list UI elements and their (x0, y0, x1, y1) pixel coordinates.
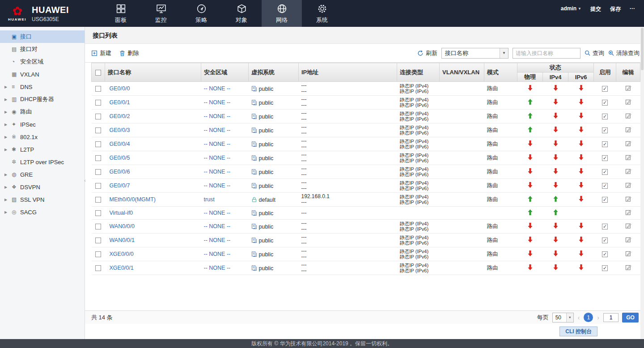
sidebar-item-l2tp[interactable]: ▶✱L2TP (0, 143, 85, 156)
security-zone-link[interactable]: -- NONE -- (204, 99, 231, 106)
enable-checkbox[interactable]: ✓ (602, 86, 608, 92)
filter-field-select[interactable]: 接口名称 ▼ (441, 48, 508, 59)
interface-name-link[interactable]: GE0/0/7 (110, 182, 130, 189)
current-page-button[interactable]: 1 (584, 313, 593, 322)
interface-name-link[interactable]: GE0/0/6 (110, 169, 130, 175)
col-mode[interactable]: 模式 (484, 63, 517, 82)
col-security-zone[interactable]: 安全区域 (201, 63, 249, 82)
nav-item-object[interactable]: 对象 (221, 0, 262, 27)
interface-name-link[interactable]: XGE0/0/1 (110, 265, 134, 271)
enable-checkbox[interactable]: ✓ (602, 265, 608, 271)
query-button[interactable]: 查询 (585, 49, 604, 57)
security-zone-link[interactable]: -- NONE -- (204, 169, 231, 175)
interface-name-link[interactable]: GE0/0/0 (110, 85, 130, 92)
prev-page-icon[interactable]: ‹ (577, 314, 580, 321)
col-ip-address[interactable]: IP地址 (299, 63, 397, 82)
interface-name-link[interactable]: XGE0/0/0 (110, 251, 134, 257)
page-number-input[interactable] (603, 313, 619, 322)
sidebar-item-dns[interactable]: ▶≡DNS (0, 81, 85, 93)
interface-name-link[interactable]: Virtual-if0 (110, 210, 133, 216)
edit-button[interactable] (625, 237, 631, 243)
row-checkbox[interactable] (95, 114, 101, 119)
edit-button[interactable] (625, 140, 631, 147)
edit-button[interactable] (625, 209, 631, 216)
cli-console-button[interactable]: CLI 控制台 (559, 327, 597, 336)
security-zone-link[interactable]: -- NONE -- (204, 210, 231, 216)
enable-checkbox[interactable]: ✓ (602, 238, 608, 243)
row-checkbox[interactable] (95, 86, 101, 92)
enable-checkbox[interactable]: ✓ (602, 141, 608, 147)
enable-checkbox[interactable]: ✓ (602, 224, 608, 229)
edit-button[interactable] (625, 99, 631, 105)
sidebar-item-dot1x[interactable]: ▶※802.1x (0, 131, 85, 143)
next-page-icon[interactable]: › (597, 314, 600, 321)
row-checkbox[interactable] (95, 224, 101, 229)
edit-button[interactable] (625, 168, 631, 174)
row-checkbox[interactable] (95, 265, 101, 271)
row-checkbox[interactable] (95, 210, 101, 216)
commit-button[interactable]: 提交 (590, 5, 601, 13)
security-zone-link[interactable]: -- NONE -- (204, 182, 231, 189)
sidebar-item-l2tp-over-ipsec[interactable]: ✲L2TP over IPSec (0, 156, 85, 168)
edit-button[interactable] (625, 127, 631, 133)
sidebar-collapse-handle[interactable]: ‹ (83, 174, 87, 187)
security-zone-link[interactable]: -- NONE -- (204, 141, 231, 147)
nav-item-network[interactable]: 网络 (262, 0, 302, 27)
enable-checkbox[interactable]: ✓ (602, 251, 608, 257)
interface-name-link[interactable]: GE0/0/3 (110, 127, 130, 133)
row-checkbox[interactable] (95, 238, 101, 243)
security-zone-link[interactable]: trust (204, 196, 215, 203)
sidebar-item-interface[interactable]: ▣接口 (0, 30, 85, 43)
interface-name-link[interactable]: WAN0/0/1 (110, 237, 135, 243)
sidebar-item-gre[interactable]: ▶◍GRE (0, 168, 85, 181)
enable-checkbox[interactable]: ✓ (602, 155, 608, 161)
security-zone-link[interactable]: -- NONE -- (204, 155, 231, 161)
security-zone-link[interactable]: -- NONE -- (204, 127, 231, 133)
nav-item-policy[interactable]: 策略 (181, 0, 221, 27)
nav-item-monitor[interactable]: 监控 (141, 0, 181, 27)
enable-checkbox[interactable]: ✓ (602, 127, 608, 133)
interface-name-link[interactable]: GE0/0/4 (110, 141, 130, 147)
interface-name-link[interactable]: MEth0/0/0(MGMT) (110, 196, 156, 203)
sidebar-item-ipsec[interactable]: ▶✦IPSec (0, 118, 85, 131)
enable-checkbox[interactable]: ✓ (602, 197, 608, 203)
security-zone-link[interactable]: -- NONE -- (204, 113, 231, 119)
interface-name-link[interactable]: GE0/0/5 (110, 155, 130, 161)
sidebar-item-route[interactable]: ▶◉路由 (0, 106, 85, 118)
user-menu[interactable]: admin▼ (561, 5, 581, 12)
more-menu-button[interactable]: ··· (630, 5, 635, 12)
row-checkbox[interactable] (95, 141, 101, 147)
interface-name-link[interactable]: WAN0/0/0 (110, 223, 135, 229)
security-zone-link[interactable]: -- NONE -- (204, 85, 231, 92)
row-checkbox[interactable] (95, 100, 101, 106)
security-zone-link[interactable]: -- NONE -- (204, 251, 231, 257)
enable-checkbox[interactable]: ✓ (602, 183, 608, 189)
col-virtual-system[interactable]: 虚拟系统 (249, 63, 299, 82)
row-checkbox[interactable] (95, 169, 101, 175)
edit-button[interactable] (625, 250, 631, 257)
delete-button[interactable]: 删除 (119, 49, 139, 57)
interface-name-link[interactable]: GE0/0/1 (110, 99, 130, 106)
nav-item-system[interactable]: 系统 (302, 0, 342, 27)
col-connection-type[interactable]: 连接类型 (397, 63, 440, 82)
edit-button[interactable] (625, 182, 631, 188)
search-input[interactable] (513, 48, 580, 59)
security-zone-link[interactable]: -- NONE -- (204, 237, 231, 243)
go-button[interactable]: GO (622, 313, 639, 323)
col-vlan-vxlan[interactable]: VLAN/VXLAN (440, 63, 484, 82)
edit-button[interactable] (625, 196, 631, 202)
sidebar-item-dhcp-server[interactable]: ▶▥DHCP服务器 (0, 93, 85, 106)
sidebar-item-vxlan[interactable]: ▦VXLAN (0, 68, 85, 81)
clear-query-button[interactable]: 清除查询 (608, 49, 640, 57)
row-checkbox[interactable] (95, 183, 101, 189)
security-zone-link[interactable]: -- NONE -- (204, 223, 231, 229)
nav-item-dashboard[interactable]: 面板 (101, 0, 141, 27)
refresh-button[interactable]: 刷新 (417, 49, 437, 57)
security-zone-link[interactable]: -- NONE -- (204, 265, 231, 271)
row-checkbox[interactable] (95, 155, 101, 161)
save-button[interactable]: 保存 (610, 5, 621, 13)
edit-button[interactable] (625, 113, 631, 119)
row-checkbox[interactable] (95, 251, 101, 257)
enable-checkbox[interactable]: ✓ (602, 100, 608, 106)
edit-button[interactable] (625, 223, 631, 229)
